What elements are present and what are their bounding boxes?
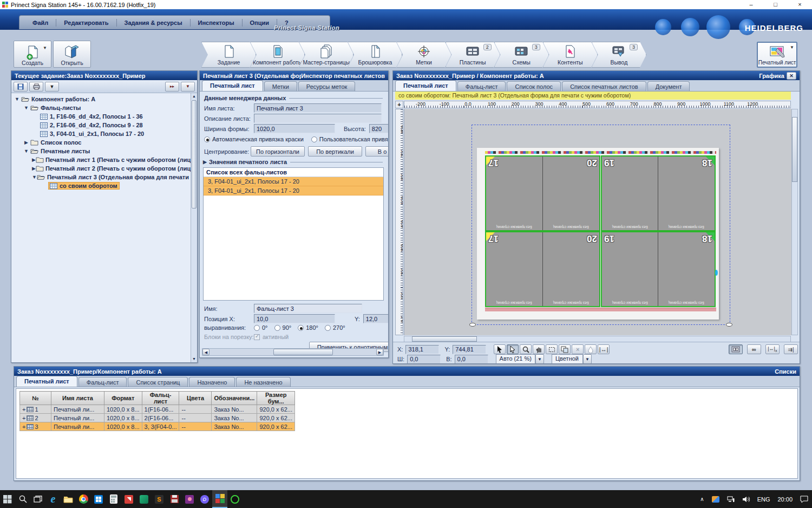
taskbar-app-green-icon[interactable]	[227, 490, 243, 508]
maximize-button[interactable]: □	[763, 0, 788, 9]
resize-handle[interactable]	[469, 323, 476, 327]
scrollbar-thumb[interactable]	[192, 100, 197, 209]
sheet-view-button[interactable]: ▼ Печатный лист	[757, 42, 797, 68]
canvas-vscrollbar[interactable]	[791, 109, 798, 335]
transform-tool[interactable]	[559, 344, 571, 354]
workflow-step-6[interactable]: Пластины2	[446, 42, 500, 68]
page-18[interactable]: 18Без привязки страниц	[658, 157, 715, 230]
position-x-input[interactable]	[254, 314, 335, 323]
page-20[interactable]: 20Без привязки страниц	[542, 232, 599, 306]
tree-item-7[interactable]: ▼Печатные листы	[11, 147, 191, 155]
page-20[interactable]: 20Без привязки страниц	[542, 157, 599, 230]
menu-item-2[interactable]: Редактировать	[56, 19, 116, 26]
sheet-canvas[interactable]: 17Без привязки страниц20Без привязки стр…	[404, 109, 795, 335]
tree-expander[interactable]: ▼	[23, 105, 30, 110]
foldsheet-name-input[interactable]	[254, 304, 362, 313]
foldsheet-group[interactable]: 19Без привязки страниц18Без привязки стр…	[601, 231, 716, 307]
inspector-hscrollbar[interactable]: ◀ ▶	[202, 348, 384, 356]
network-icon[interactable]	[723, 490, 738, 508]
foldsheet-list-item-2[interactable]: 3, F04-01_ui_2x1, Полосы 17 - 20	[204, 186, 383, 196]
inspector-tab-2[interactable]: Метки	[264, 81, 297, 91]
width-input[interactable]	[407, 355, 441, 364]
workflow-step-9[interactable]: Вывод3	[592, 42, 646, 68]
inspector-tab-1[interactable]: Печатный лист	[202, 80, 263, 91]
tree-item-11[interactable]: со своим оборотом	[11, 181, 191, 190]
taskbar-store-icon[interactable]	[91, 490, 106, 508]
taskbar-calculator-icon[interactable]	[106, 490, 121, 508]
table-header-2[interactable]: Имя листа	[51, 392, 104, 405]
measure-x-button[interactable]: |↔|x	[765, 344, 780, 354]
x-position-input[interactable]	[405, 345, 439, 354]
marquee-tool[interactable]	[546, 344, 558, 354]
graphics-tab-5[interactable]: Документ	[647, 81, 690, 91]
create-button[interactable]: ▼ Создать	[14, 41, 51, 68]
scroll-down-arrow[interactable]: ▼	[191, 356, 197, 362]
zoom-select[interactable]: Авто (21 %) ▼	[496, 354, 544, 364]
tree-item-5[interactable]: 3, F04-01_ui_2x1, Полосы 17 - 20	[11, 129, 191, 138]
ink-radio-1[interactable]: Автоматическая привязка краски	[204, 136, 304, 142]
lists-tab-5[interactable]: Не назначено	[236, 377, 290, 387]
close-button[interactable]: ×	[788, 0, 812, 9]
scrollbar-thumb[interactable]	[273, 349, 333, 355]
tree-item-1[interactable]: ▼Компонент работы: A	[11, 95, 191, 103]
ink-radio-2[interactable]: Пользовательская привязка	[311, 136, 389, 142]
workflow-step-8[interactable]: Контенты	[543, 42, 598, 68]
tree-item-2[interactable]: ▼Фальц-листы	[11, 103, 191, 112]
volume-icon[interactable]	[738, 490, 754, 508]
foldsheet-group[interactable]: 17Без привязки страниц20Без привязки стр…	[485, 155, 600, 231]
direct-select-tool[interactable]	[507, 344, 519, 354]
workflow-step-3[interactable]: Мастер-страницы	[299, 42, 353, 68]
open-button[interactable]: Открыть	[53, 41, 91, 68]
graphics-tab-3[interactable]: Список полос	[507, 81, 561, 91]
zoom-tool[interactable]	[520, 344, 532, 354]
print-button[interactable]	[29, 82, 43, 92]
page-18[interactable]: 18Без привязки страниц	[658, 232, 715, 306]
tree-item-4[interactable]: 2, F16-06_dd_4x2, Полосы 9 - 28	[11, 121, 191, 129]
minimize-button[interactable]: –	[739, 0, 763, 9]
lists-tab-3[interactable]: Список страниц	[128, 377, 188, 387]
taskbar-app-orange-icon[interactable]: S	[152, 490, 167, 508]
language-indicator[interactable]: ENG	[754, 490, 774, 508]
tray-expand-icon[interactable]: ∧	[696, 490, 708, 508]
color-mode-select[interactable]: Цветной ▼	[552, 354, 592, 364]
ink-tool[interactable]	[585, 344, 597, 354]
page-19[interactable]: 19Без привязки страниц	[602, 232, 658, 306]
ruler-origin-button[interactable]: +	[395, 101, 403, 108]
position-y-input[interactable]	[363, 314, 389, 323]
graphics-tab-4[interactable]: Список печатных листов	[562, 81, 646, 91]
form-height-input[interactable]	[369, 124, 389, 133]
menu-item-1[interactable]: Файл	[25, 19, 56, 26]
more-dropdown-button[interactable]: ▼	[45, 82, 59, 92]
resize-handle[interactable]	[726, 323, 732, 327]
workflow-step-2[interactable]: Компонент работы	[250, 42, 305, 68]
taskbar-start-icon[interactable]	[0, 490, 15, 508]
active-checkbox[interactable]	[254, 334, 260, 340]
tree-item-6[interactable]: ▶Список полос	[11, 138, 191, 147]
taskbar-task-view-icon[interactable]	[30, 490, 45, 508]
panel-close-button[interactable]: ✕	[787, 72, 796, 80]
table-row-2[interactable]: + 2Печатный ли...1020,0 x 8...2(F16-06..…	[20, 414, 295, 422]
tree-expander[interactable]: ▶	[32, 166, 36, 171]
action-center-icon[interactable]	[796, 490, 812, 508]
distribute-button[interactable]: ⇉|	[784, 344, 798, 354]
lists-tab-4[interactable]: Назначено	[189, 377, 235, 387]
job-tree-scrollbar[interactable]: ▲ ▼	[191, 93, 197, 362]
delete-tool[interactable]: ×	[572, 344, 584, 354]
sheet-name-input[interactable]	[254, 103, 382, 113]
foldsheet-group[interactable]: 19Без привязки страниц18Без привязки стр…	[601, 155, 716, 231]
taskbar-app-red-icon[interactable]	[121, 490, 136, 508]
y-position-input[interactable]	[453, 345, 486, 354]
scroll-left-arrow[interactable]: ◀	[202, 349, 209, 355]
page-17[interactable]: 17Без привязки страниц	[486, 232, 542, 306]
table-header-7[interactable]: Размер бум...	[257, 392, 295, 405]
collapse-all-button[interactable]: ▼	[181, 82, 195, 92]
table-header-6[interactable]: Обозначени...	[212, 392, 257, 405]
workflow-step-4[interactable]: Брошюровка	[348, 42, 402, 68]
row-expander[interactable]: + 3	[22, 424, 38, 430]
center-vertical-button[interactable]: По вертикали	[308, 146, 362, 157]
tree-expander[interactable]: ▶	[32, 157, 36, 162]
scrollbar-thumb[interactable]	[412, 336, 477, 342]
taskbar-file-explorer-icon[interactable]	[61, 490, 76, 508]
taskbar-prinect-signa-icon[interactable]	[212, 490, 227, 508]
scrollbar-thumb[interactable]	[792, 117, 797, 182]
